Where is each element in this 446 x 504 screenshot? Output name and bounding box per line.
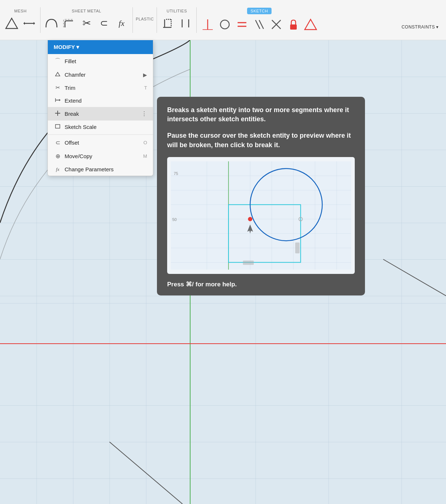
- extend-label: Extend: [65, 98, 82, 104]
- menu-item-chamfer[interactable]: Chamfer ▶: [48, 68, 153, 81]
- move-copy-label: Move/Copy: [65, 153, 92, 159]
- trim-label: Trim: [65, 85, 75, 91]
- offset-label: Offset: [65, 140, 79, 146]
- menu-item-change-params[interactable]: fx Change Parameters: [48, 163, 153, 176]
- sheet-metal-fx[interactable]: fx: [114, 15, 130, 31]
- sketch-icon-circle[interactable]: [217, 16, 233, 33]
- mesh-icon-arrows[interactable]: [21, 15, 37, 31]
- section-mesh: MESH: [4, 9, 37, 31]
- svg-point-12: [220, 20, 229, 29]
- preview-svg: 75 50: [171, 161, 351, 270]
- svg-line-15: [255, 20, 260, 29]
- constraints-label[interactable]: CONSTRAINTS ▾: [401, 24, 439, 30]
- svg-rect-27: [55, 125, 60, 128]
- sheet-metal-subset[interactable]: ⊂: [96, 15, 112, 31]
- section-sketch: SKETCH: [200, 8, 319, 33]
- chamfer-label: Chamfer: [65, 72, 86, 78]
- svg-rect-28: [171, 161, 351, 270]
- offset-shortcut: O: [143, 140, 147, 145]
- mesh-icon-triangle[interactable]: [4, 15, 20, 31]
- svg-rect-19: [290, 24, 297, 30]
- utilities-icon-2[interactable]: [177, 15, 193, 31]
- tab-sketch[interactable]: SKETCH: [247, 8, 272, 14]
- break-icon: [54, 110, 62, 117]
- divider-1: [40, 7, 41, 33]
- tab-utilities[interactable]: UTILITIES: [166, 9, 187, 13]
- toolbar: MESH SHEET METAL: [0, 0, 446, 40]
- svg-rect-50: [243, 260, 254, 265]
- section-utilities: UTILITIES: [160, 9, 193, 31]
- trim-shortcut: T: [144, 85, 147, 91]
- change-params-label: Change Parameters: [65, 166, 114, 172]
- tooltip-description-2: Pause the cursor over the sketch entity …: [167, 131, 355, 149]
- sketch-icon-cross[interactable]: [268, 16, 284, 33]
- tab-plastic[interactable]: PLASTIC: [136, 17, 154, 21]
- modify-dropdown: MODIFY ▾ ⌒ Fillet Chamfer ▶ ✂ Trim T Ext…: [47, 40, 153, 176]
- divider-4: [196, 7, 197, 33]
- fillet-label: Fillet: [65, 58, 76, 64]
- svg-line-16: [259, 20, 264, 29]
- sketch-icon-parallel[interactable]: [251, 16, 267, 33]
- tab-mesh[interactable]: MESH: [14, 9, 27, 13]
- chamfer-icon: [54, 72, 62, 78]
- menu-item-move-copy[interactable]: ⊕ Move/Copy M: [48, 149, 153, 163]
- menu-item-break[interactable]: Break ⋮: [48, 107, 153, 121]
- break-three-dots[interactable]: ⋮: [141, 110, 147, 117]
- menu-item-fillet[interactable]: ⌒ Fillet: [48, 54, 153, 68]
- extend-icon: [54, 98, 62, 104]
- sketch-scale-label: Sketch Scale: [65, 124, 97, 130]
- sketch-scale-icon: [54, 124, 62, 130]
- break-label: Break: [65, 111, 79, 117]
- menu-item-extend[interactable]: Extend: [48, 94, 153, 107]
- svg-marker-20: [305, 19, 316, 30]
- sketch-icon-triangle-outline[interactable]: [303, 16, 319, 33]
- svg-text:50: 50: [172, 217, 177, 222]
- sheet-metal-icon-2[interactable]: [61, 15, 77, 31]
- svg-marker-22: [59, 99, 61, 101]
- menu-item-trim[interactable]: ✂ Trim T: [48, 81, 153, 94]
- tooltip-footer: Press ⌘/ for more help.: [167, 280, 355, 288]
- sketch-icon-pin[interactable]: [200, 16, 216, 33]
- utilities-icon-1[interactable]: [160, 15, 176, 31]
- tooltip-preview-area: 75 50: [167, 157, 355, 274]
- svg-text:75: 75: [174, 171, 178, 176]
- svg-marker-3: [34, 22, 35, 25]
- sheet-metal-scissors[interactable]: ✂: [78, 15, 95, 31]
- svg-marker-0: [6, 18, 18, 28]
- offset-icon: ⊂: [54, 139, 62, 146]
- section-plastic: PLASTIC: [136, 17, 154, 23]
- tooltip-panel: Breaks a sketch entity into two or more …: [157, 97, 365, 295]
- svg-point-46: [248, 217, 252, 221]
- move-copy-icon: ⊕: [54, 153, 62, 160]
- svg-rect-51: [295, 243, 300, 253]
- divider-2: [132, 7, 133, 33]
- menu-item-sketch-scale[interactable]: Sketch Scale: [48, 121, 153, 133]
- fillet-icon: ⌒: [54, 57, 62, 65]
- menu-item-offset[interactable]: ⊂ Offset O: [48, 136, 153, 149]
- sketch-icon-equals[interactable]: [234, 16, 250, 33]
- tooltip-description-1: Breaks a sketch entity into two or more …: [167, 106, 355, 124]
- divider-3: [157, 7, 157, 33]
- change-params-icon: fx: [54, 167, 62, 172]
- sketch-icon-lock[interactable]: [285, 16, 301, 33]
- move-copy-shortcut: M: [143, 153, 147, 159]
- tab-sheet-metal[interactable]: SHEET METAL: [72, 9, 101, 13]
- menu-divider: [48, 134, 153, 135]
- svg-marker-2: [23, 22, 25, 25]
- section-sheet-metal: SHEET METAL ✂ ⊂ fx: [43, 9, 130, 31]
- chamfer-submenu-arrow: ▶: [143, 72, 147, 78]
- sheet-metal-icon-1[interactable]: [43, 15, 59, 31]
- modify-header[interactable]: MODIFY ▾: [48, 40, 153, 54]
- trim-icon: ✂: [54, 84, 62, 91]
